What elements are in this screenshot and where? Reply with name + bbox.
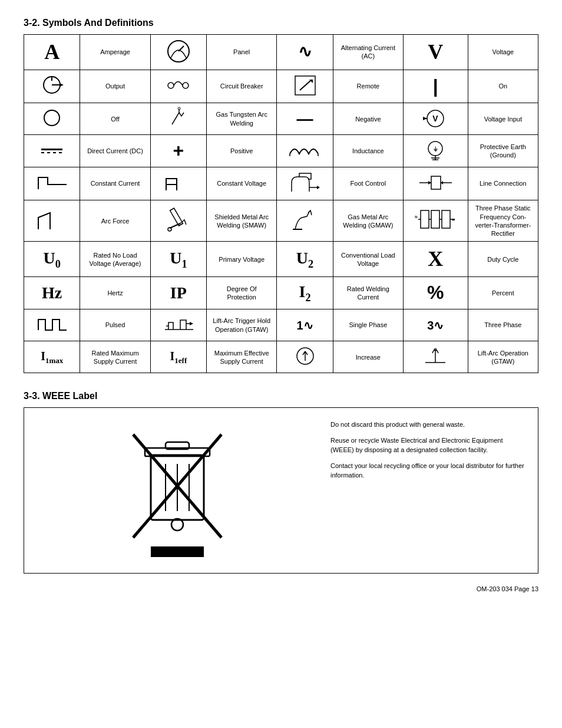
symbol-remote <box>277 70 333 103</box>
symbol-three-phase-static: ≈ = <box>403 200 468 242</box>
symbol-constant-current <box>24 167 80 200</box>
symbol-gmaw <box>277 200 333 242</box>
symbol-three-phase-wave: 3∿ <box>403 309 468 341</box>
symbol-smaw <box>150 200 206 242</box>
weee-p3: Contact your local recycling office or y… <box>330 461 526 480</box>
svg-point-7 <box>183 83 189 88</box>
svg-rect-27 <box>431 176 441 189</box>
svg-rect-65 <box>151 546 204 557</box>
table-row: Off Gas Tungsten Arc Welding — Negative … <box>24 103 538 135</box>
symbol-I1max: I1max <box>24 341 80 373</box>
weee-p2: Reuse or recycle Waste Electrical and El… <box>330 436 526 455</box>
symbol-U0: U0 <box>24 242 80 277</box>
symbol-off <box>24 103 80 135</box>
symbol-Hz: Hz <box>24 277 80 309</box>
symbol-output <box>24 70 80 103</box>
symbol-constant-voltage <box>150 167 206 200</box>
symbol-U2: U2 <box>277 242 333 277</box>
symbol-V: V <box>403 35 468 70</box>
label-smaw: Shielded Metal Arc Welding (SMAW) <box>207 200 277 242</box>
label-remote: Remote <box>333 70 403 103</box>
symbol-positive: + <box>150 135 206 167</box>
table-row: Arc Force Shielded Metal Arc Welding (SM… <box>24 200 538 242</box>
label-three-phase-static: Three Phase Static Frequency Con-verter-… <box>468 200 538 242</box>
symbol-X: X <box>403 242 468 277</box>
label-lift-arc-op: Lift-Arc Operation (GTAW) <box>468 341 538 373</box>
symbol-line-connection <box>403 167 468 200</box>
label-gtaw: Gas Tungsten Arc Welding <box>207 103 277 135</box>
table-row: I1max Rated Maximum Supply Current I1eff… <box>24 341 538 373</box>
symbol-gtaw <box>150 103 206 135</box>
label-I2: Rated Welding Current <box>333 277 403 309</box>
svg-text:≈: ≈ <box>415 214 418 220</box>
svg-rect-37 <box>421 210 429 228</box>
label-constant-current: Constant Current <box>80 167 150 200</box>
label-I1max: Rated Maximum Supply Current <box>80 341 150 373</box>
label-positive: Positive <box>207 135 277 167</box>
label-inductance: Inductance <box>333 135 403 167</box>
page-number: OM-203 034 Page 13 <box>477 585 538 592</box>
symbol-single-phase: 1∿ <box>277 309 333 341</box>
label-IP: Degree Of Protection <box>207 277 277 309</box>
svg-text:=: = <box>452 217 455 223</box>
symbol-ac: ∿ <box>277 35 333 70</box>
label-ac: Alternating Current (AC) <box>333 35 403 70</box>
table-row: Direct Current (DC) + Positive Inductanc… <box>24 135 538 167</box>
symbol-negative: — <box>277 103 333 135</box>
svg-rect-39 <box>442 210 450 228</box>
symbol-on: | <box>403 70 468 103</box>
label-output: Output <box>80 70 150 103</box>
symbol-lift-trigger <box>150 309 206 341</box>
weee-p1: Do not discard this product with general… <box>330 420 526 430</box>
symbol-A: A <box>24 35 80 70</box>
symbol-I1eff: I1eff <box>150 341 206 373</box>
svg-point-6 <box>168 83 174 88</box>
symbol-inductance <box>277 135 333 167</box>
label-amperage: Amperage <box>80 35 150 70</box>
label-voltage-input: Voltage Input <box>468 103 538 135</box>
label-pulsed: Pulsed <box>80 309 150 341</box>
svg-text:⏚: ⏚ <box>434 145 438 152</box>
label-line-connection: Line Connection <box>468 167 538 200</box>
label-lift-trigger: Lift-Arc Trigger Hold Operation (GTAW) <box>207 309 277 341</box>
weee-section: 3-3. WEEE Label <box>24 391 538 574</box>
label-U0: Rated No Load Voltage (Average) <box>80 242 150 277</box>
symbol-pulsed <box>24 309 80 341</box>
label-off: Off <box>80 103 150 135</box>
label-single-phase: Single Phase <box>333 309 403 341</box>
symbol-arc-force <box>24 200 80 242</box>
symbols-table: A Amperage Panel ∿ Alternating Current (… <box>24 34 538 373</box>
label-dc: Direct Current (DC) <box>80 135 150 167</box>
weee-box: Do not discard this product with general… <box>24 407 538 574</box>
svg-marker-16 <box>423 117 427 120</box>
label-percent: Percent <box>468 277 538 309</box>
section-32-title: 3-2. Symbols And Definitions <box>24 18 538 28</box>
label-on: On <box>468 70 538 103</box>
label-Hz: Hertz <box>80 277 150 309</box>
symbol-percent: % <box>403 277 468 309</box>
svg-rect-38 <box>431 210 439 228</box>
table-row: Pulsed Lift-Arc Trigger Hold Operation (… <box>24 309 538 341</box>
svg-marker-5 <box>59 83 64 87</box>
table-row: Hz Hertz IP Degree Of Protection I2 Rate… <box>24 277 538 309</box>
label-panel: Panel <box>207 35 277 70</box>
label-gmaw: Gas Metal Arc Welding (GMAW) <box>333 200 403 242</box>
svg-text:V: V <box>433 114 439 123</box>
symbol-I2: I2 <box>277 277 333 309</box>
symbol-increase <box>277 341 333 373</box>
label-arc-force: Arc Force <box>80 200 150 242</box>
label-earth: Protective Earth (Ground) <box>468 135 538 167</box>
symbol-lift-arc-op <box>403 341 468 373</box>
label-circuit-breaker: Circuit Breaker <box>207 70 277 103</box>
symbol-U1: U1 <box>150 242 206 277</box>
label-U2: Conventional Load Voltage <box>333 242 403 277</box>
svg-marker-26 <box>317 186 320 189</box>
symbol-earth: ⏚ <box>403 135 468 167</box>
table-row: Constant Current Constant Voltage Foot C… <box>24 167 538 200</box>
label-I1eff: Maximum Effective Supply Current <box>207 341 277 373</box>
symbol-dc <box>24 135 80 167</box>
symbol-IP: IP <box>150 277 206 309</box>
label-U1: Primary Voltage <box>207 242 277 277</box>
label-constant-voltage: Constant Voltage <box>207 167 277 200</box>
table-row: Output Circuit Breaker Remote | <box>24 70 538 103</box>
